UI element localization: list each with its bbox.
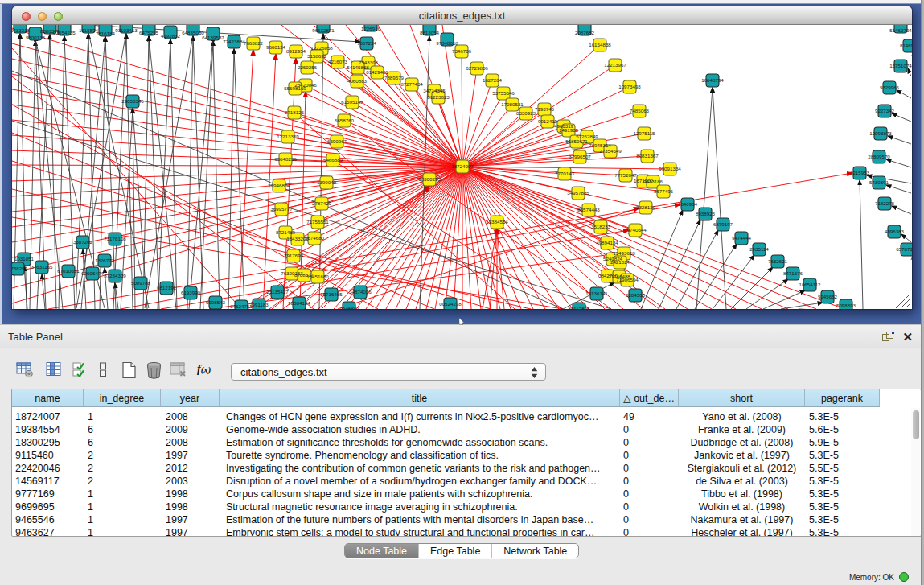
svg-text:2787429: 2787429 — [312, 200, 332, 206]
svg-text:0433218: 0433218 — [12, 27, 31, 33]
svg-text:7346706: 7346706 — [452, 48, 472, 54]
svg-text:0812191: 0812191 — [157, 285, 177, 290]
svg-text:5430391: 5430391 — [869, 179, 889, 185]
svg-text:1627204: 1627204 — [483, 77, 503, 83]
svg-text:3158692: 3158692 — [307, 53, 327, 59]
svg-text:9660124: 9660124 — [266, 44, 286, 50]
svg-text:6658760: 6658760 — [335, 117, 355, 123]
svg-text:02654235: 02654235 — [53, 30, 76, 35]
svg-text:97848018: 97848018 — [436, 40, 458, 46]
svg-text:7770143: 7770143 — [555, 171, 575, 176]
svg-text:9600133: 9600133 — [26, 35, 46, 40]
svg-text:4738299: 4738299 — [12, 266, 28, 271]
svg-text:5009788: 5009788 — [131, 280, 151, 286]
svg-text:9413186: 9413186 — [643, 179, 663, 184]
svg-text:64835030: 64835030 — [182, 30, 204, 35]
svg-text:37631165: 37631165 — [31, 264, 53, 270]
svg-text:3518233: 3518233 — [591, 224, 611, 229]
svg-text:65787133: 65787133 — [896, 246, 912, 252]
svg-text:4216073: 4216073 — [328, 59, 348, 64]
svg-text:53755646: 53755646 — [492, 90, 515, 96]
svg-text:15451680: 15451680 — [306, 274, 329, 279]
svg-text:25135427: 25135427 — [266, 289, 289, 295]
svg-text:6193990: 6193990 — [181, 290, 201, 295]
svg-text:9245652: 9245652 — [818, 294, 838, 299]
svg-text:62729806: 62729806 — [466, 65, 488, 71]
svg-text:18300295: 18300295 — [418, 176, 441, 182]
svg-text:7193745: 7193745 — [535, 106, 555, 112]
svg-text:7816184: 7816184 — [96, 31, 116, 36]
svg-text:2421024: 2421024 — [610, 259, 630, 265]
svg-text:49894134: 49894134 — [596, 240, 618, 245]
svg-text:7917693: 7917693 — [284, 253, 304, 258]
svg-text:80831367: 80831367 — [636, 153, 659, 159]
svg-text:12213369: 12213369 — [277, 134, 299, 139]
svg-text:16648794: 16648794 — [701, 77, 724, 83]
svg-text:77752047: 77752047 — [614, 172, 637, 178]
svg-text:8938923: 8938923 — [696, 211, 716, 216]
svg-text:4060883: 4060883 — [347, 78, 368, 84]
svg-text:15751074: 15751074 — [889, 63, 912, 68]
svg-text:6998543: 6998543 — [206, 299, 226, 305]
svg-text:34874016: 34874016 — [349, 289, 372, 295]
svg-text:16154838: 16154838 — [589, 42, 611, 47]
svg-text:73178108: 73178108 — [104, 236, 126, 241]
svg-text:12093873: 12093873 — [869, 130, 892, 136]
svg-text:1226916: 1226916 — [361, 26, 381, 31]
svg-text:64139537: 64139537 — [202, 35, 224, 40]
svg-text:1491905: 1491905 — [559, 127, 579, 133]
svg-text:12213967: 12213967 — [604, 62, 626, 68]
svg-text:9474444: 9474444 — [732, 235, 752, 241]
svg-text:02606474: 02606474 — [81, 270, 104, 276]
svg-text:15136141: 15136141 — [585, 290, 608, 296]
svg-text:6690967: 6690967 — [327, 138, 347, 144]
svg-text:5098393: 5098393 — [836, 303, 856, 308]
svg-text:9329966: 9329966 — [880, 84, 900, 90]
svg-text:36995777: 36995777 — [270, 206, 293, 212]
svg-text:8912954: 8912954 — [286, 48, 306, 54]
svg-text:85574443: 85574443 — [577, 207, 600, 212]
svg-text:15716485: 15716485 — [320, 291, 343, 297]
svg-text:8148932: 8148932 — [900, 43, 912, 48]
svg-text:1824493: 1824493 — [339, 305, 359, 309]
svg-text:13493618: 13493618 — [613, 250, 635, 256]
svg-text:4896383: 4896383 — [885, 229, 905, 234]
svg-text:1640954: 1640954 — [678, 201, 698, 207]
svg-text:3215953: 3215953 — [850, 170, 870, 175]
svg-text:2260256: 2260256 — [298, 64, 318, 70]
svg-text:71756551: 71756551 — [306, 219, 329, 225]
svg-text:29946804: 29946804 — [268, 183, 290, 188]
svg-text:10654112: 10654112 — [799, 282, 821, 287]
svg-text:0330923: 0330923 — [516, 110, 536, 116]
svg-text:7991183: 7991183 — [249, 302, 269, 307]
svg-text:8471676: 8471676 — [783, 270, 803, 276]
svg-text:98084124: 98084124 — [288, 300, 310, 306]
svg-text:87234309: 87234309 — [104, 273, 126, 278]
svg-text:67010651: 67010651 — [57, 268, 80, 274]
svg-text:27354549: 27354549 — [599, 148, 622, 154]
svg-text:1399049: 1399049 — [317, 179, 337, 185]
svg-text:61595148: 61595148 — [341, 99, 363, 105]
svg-text:00524278: 00524278 — [439, 301, 462, 307]
svg-text:1031051: 1031051 — [14, 256, 35, 262]
svg-text:28809570: 28809570 — [868, 154, 890, 159]
svg-text:7182278: 7182278 — [875, 200, 895, 206]
svg-text:99091334: 99091334 — [659, 166, 681, 171]
svg-text:8677496: 8677496 — [654, 188, 674, 194]
svg-text:71906594: 71906594 — [616, 277, 639, 282]
svg-text:17080531: 17080531 — [501, 101, 524, 107]
svg-text:2328120: 2328120 — [636, 204, 656, 210]
svg-text:18724007: 18724007 — [451, 163, 474, 169]
svg-text:3387262: 3387262 — [73, 239, 93, 245]
svg-text:96532871: 96532871 — [312, 27, 335, 33]
svg-text:10973493: 10973493 — [618, 84, 641, 89]
svg-text:01429401: 01429401 — [366, 69, 388, 75]
svg-text:87277434: 87277434 — [400, 81, 423, 87]
svg-text:80112805: 80112805 — [568, 306, 590, 309]
svg-text:2087682: 2087682 — [575, 30, 595, 35]
svg-text:72423884: 72423884 — [223, 39, 245, 44]
svg-text:34957885: 34957885 — [567, 190, 589, 196]
svg-text:9227342: 9227342 — [875, 108, 895, 113]
svg-text:5674680: 5674680 — [305, 235, 325, 241]
svg-text:12975115: 12975115 — [633, 130, 655, 136]
